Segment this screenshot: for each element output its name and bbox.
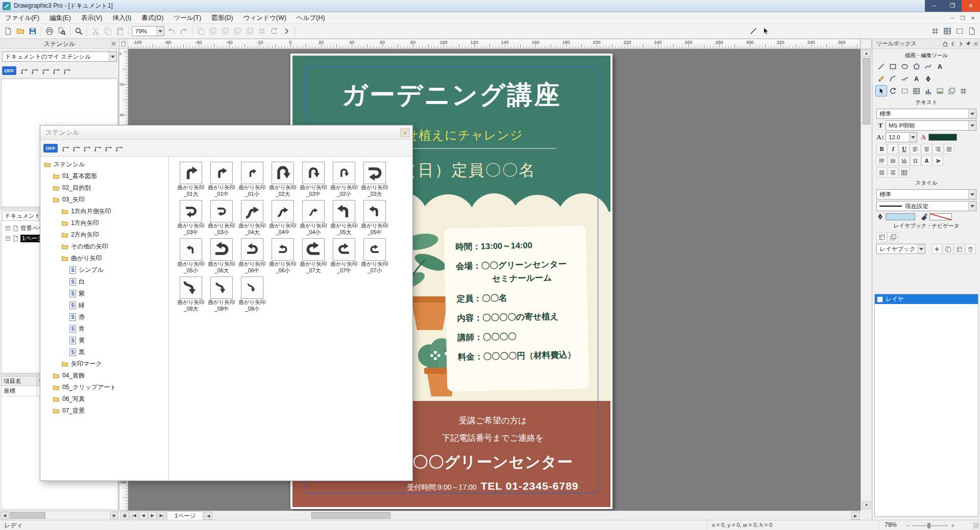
- pen-tool-icon[interactable]: [875, 73, 887, 84]
- maximize-button[interactable]: ❐: [943, 0, 962, 12]
- stencil-set-dropdown[interactable]: ドキュメントのマイ ステンシル: [2, 52, 117, 62]
- stencil-item[interactable]: 曲がり矢印_02中: [298, 162, 329, 197]
- off-toggle-button[interactable]: OFF: [2, 66, 16, 75]
- expand-icon[interactable]: +: [6, 236, 10, 241]
- char-spacing-icon[interactable]: [910, 156, 921, 166]
- menu-item[interactable]: 表示(V): [76, 12, 108, 23]
- font-size-dropdown[interactable]: 12.0: [886, 132, 917, 142]
- chevron-down-icon[interactable]: [968, 190, 976, 199]
- last-page-icon[interactable]: ▶|: [157, 512, 166, 519]
- stencil-item[interactable]: 曲がり矢印_08大: [176, 276, 206, 312]
- scrollbar-thumb[interactable]: [311, 512, 390, 519]
- valign-middle-icon[interactable]: [888, 156, 898, 166]
- chevron-down-icon[interactable]: [156, 27, 164, 36]
- bold-button[interactable]: B: [876, 144, 887, 154]
- stencil-item[interactable]: 曲がり矢印_04大: [237, 200, 267, 236]
- align-justify-icon[interactable]: [944, 144, 954, 154]
- stencil-item[interactable]: 曲がり矢印_02大: [267, 162, 298, 197]
- close-icon[interactable]: [400, 128, 410, 137]
- next-page-icon[interactable]: ▶: [148, 512, 157, 519]
- connector-elbow-icon[interactable]: [30, 65, 40, 76]
- stencil-tree-item[interactable]: ステンシル: [40, 159, 168, 170]
- paragraph-spacing-icon[interactable]: [888, 167, 898, 178]
- toolbar-overflow-icon[interactable]: [280, 25, 292, 37]
- scrollbar-thumb[interactable]: [863, 58, 870, 124]
- style-dropdown[interactable]: 標準: [876, 189, 976, 199]
- vertical-scrollbar[interactable]: ▲ ▼: [861, 49, 872, 511]
- select-tool-icon[interactable]: [875, 85, 887, 96]
- page-list-icon[interactable]: ▦: [120, 512, 129, 519]
- zoom-slider-knob[interactable]: [927, 523, 930, 528]
- scroll-left-icon[interactable]: ◀: [1, 512, 9, 519]
- table-tool-icon[interactable]: [911, 85, 922, 96]
- ellipse-tool-icon[interactable]: [899, 61, 911, 72]
- underline-button[interactable]: U: [899, 144, 910, 154]
- stencil-item[interactable]: 曲がり矢印_07中: [329, 238, 359, 274]
- stencil-item[interactable]: 曲がり矢印_06中: [237, 238, 267, 274]
- off-toggle-button[interactable]: OFF: [43, 144, 58, 153]
- print-preview-icon[interactable]: [56, 25, 68, 37]
- menu-item[interactable]: 書式(O): [136, 12, 168, 23]
- zoom-out-icon[interactable]: −: [906, 522, 909, 528]
- send-back-icon[interactable]: [243, 25, 256, 37]
- stencil-item[interactable]: 曲がり矢印_03中: [176, 200, 206, 236]
- grid-tool-icon[interactable]: [958, 85, 969, 96]
- connector-elbow-icon[interactable]: [19, 65, 30, 76]
- stencil-item[interactable]: 曲がり矢印_06小: [267, 238, 298, 274]
- snap-grid-icon[interactable]: [941, 25, 953, 37]
- menu-item[interactable]: 図形(D): [206, 12, 238, 23]
- stencil-item[interactable]: 曲がり矢印_06大: [206, 238, 237, 274]
- redo-icon[interactable]: [178, 25, 190, 37]
- stencil-tree-item[interactable]: S青: [40, 323, 168, 335]
- copy-layer-icon[interactable]: [943, 244, 953, 254]
- connector-elbow-icon[interactable]: [62, 65, 72, 76]
- chevron-right-icon[interactable]: [957, 40, 964, 47]
- stencil-item[interactable]: 曲がり矢印_03小: [206, 200, 237, 236]
- font-color-icon[interactable]: A: [919, 133, 927, 141]
- columns-icon[interactable]: [899, 167, 910, 178]
- rotate-tool-icon[interactable]: [887, 85, 899, 96]
- show-grid-icon[interactable]: [929, 25, 941, 37]
- layerbook-dropdown[interactable]: レイヤブック: [876, 244, 925, 254]
- stencil-item[interactable]: 曲がり矢印_05小: [176, 238, 206, 274]
- line-spacing-icon[interactable]: [876, 167, 887, 178]
- line-color-swatch[interactable]: [886, 213, 915, 220]
- scroll-right-icon[interactable]: ▶: [110, 512, 118, 519]
- connector-elbow-icon[interactable]: [114, 143, 125, 154]
- home-icon[interactable]: [941, 40, 949, 47]
- menu-item[interactable]: ファイル(F): [0, 12, 44, 23]
- stencil-window-titlebar[interactable]: ステンシル: [40, 125, 412, 140]
- open-icon[interactable]: [14, 25, 27, 37]
- chevron-down-icon[interactable]: [909, 133, 917, 142]
- guides-icon[interactable]: [953, 25, 966, 37]
- stencil-tree-item[interactable]: 1方向片側矢印: [40, 206, 168, 217]
- stencil-tree-item[interactable]: 04_装飾: [40, 370, 168, 382]
- stencil-tree-item[interactable]: Sシンプル: [40, 264, 168, 276]
- navigator-page-icon[interactable]: [876, 232, 887, 242]
- close-icon[interactable]: [972, 40, 979, 47]
- line-tool-icon[interactable]: [875, 61, 887, 72]
- valign-top-icon[interactable]: [876, 156, 887, 166]
- ruby-icon[interactable]: [921, 156, 932, 166]
- group-icon[interactable]: [207, 25, 219, 37]
- stencil-tree-item[interactable]: 矢印マーク: [40, 358, 168, 370]
- chevron-down-icon[interactable]: [968, 109, 976, 118]
- ungroup-icon[interactable]: [219, 25, 231, 37]
- stencil-tree-item[interactable]: 1方向矢印: [40, 217, 168, 229]
- save-icon[interactable]: [27, 25, 39, 37]
- layer-page-icon[interactable]: [954, 244, 965, 254]
- stencil-tree-item[interactable]: 07_背景: [40, 405, 168, 417]
- zoom-in-icon[interactable]: +: [951, 522, 954, 528]
- page-setup-icon[interactable]: [966, 25, 978, 37]
- transform-tool-icon[interactable]: [899, 85, 911, 96]
- close-icon[interactable]: [110, 40, 117, 47]
- zoom-combo[interactable]: 79%: [132, 26, 164, 36]
- stencil-tree-item[interactable]: 06_写真: [40, 393, 168, 405]
- chevron-down-icon[interactable]: [968, 201, 976, 211]
- page-tab[interactable]: 1ページ: [167, 511, 203, 520]
- left-panel-scrollbar[interactable]: ◀ ▶: [0, 511, 119, 520]
- rect-tool-icon[interactable]: [887, 61, 899, 72]
- vertical-text-icon[interactable]: [933, 156, 943, 166]
- ruler-origin-box[interactable]: [119, 39, 128, 49]
- curve-tool-icon[interactable]: [922, 61, 934, 72]
